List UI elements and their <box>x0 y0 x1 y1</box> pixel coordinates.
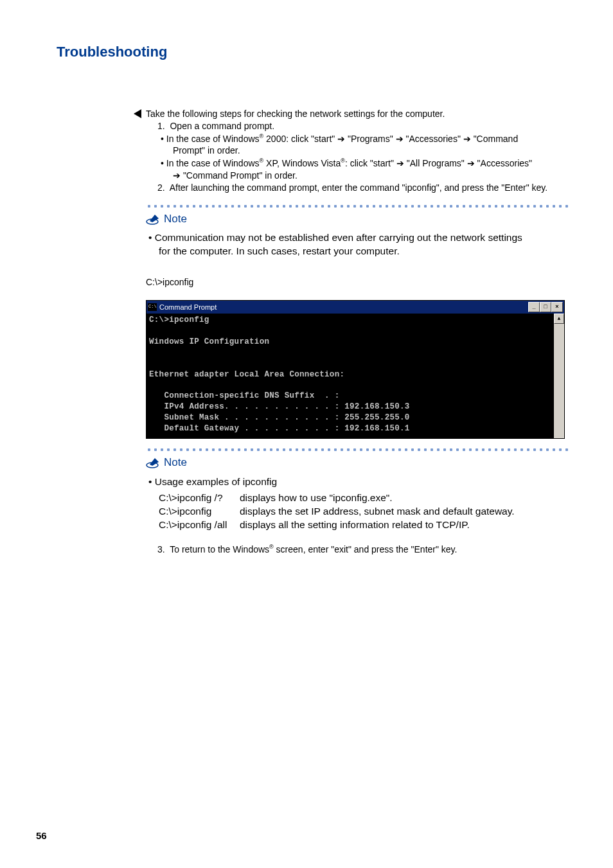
b2b: XP, Windows Vista <box>263 158 341 168</box>
usage-head: • Usage examples of ipconfig <box>148 475 570 489</box>
command-prompt-window: Command Prompt _ □ × C:\>ipconfig Window… <box>146 300 565 439</box>
cmd-title-icon <box>148 303 157 311</box>
step-1-text: Open a command prompt. <box>170 121 274 131</box>
reg-mark: ® <box>269 544 274 550</box>
content-body: Take the following steps for checking th… <box>146 108 570 556</box>
step-1: 1. Open a command prompt. <box>157 120 570 132</box>
maximize-button[interactable]: □ <box>540 302 551 312</box>
step-3-text-b: screen, enter "exit" and press the "Ente… <box>274 544 458 554</box>
cmd-example-label: C:\>ipconfig <box>146 276 570 288</box>
usage-row: C:\>ipconfig /? displays how to use "ipc… <box>159 492 570 505</box>
note-header-2: Note <box>146 456 570 470</box>
intro-text: Take the following steps for checking th… <box>146 108 570 120</box>
cmd-title-text: Command Prompt <box>159 303 528 312</box>
back-triangle-icon <box>134 109 141 118</box>
divider <box>146 204 570 208</box>
note-2-body: • Usage examples of ipconfig C:\>ipconfi… <box>148 475 570 532</box>
step-3-num: 3. <box>157 544 165 554</box>
note-1-body: • Communication may not be established e… <box>148 231 570 258</box>
note-pencil-icon <box>146 213 161 225</box>
minimize-button[interactable]: _ <box>528 302 540 312</box>
usage-desc: displays the set IP address, subnet mask… <box>240 505 515 518</box>
reg-mark: ® <box>341 157 345 164</box>
step-1-bullet-2-cont: ➔ "Command Prompt" in order. <box>173 170 570 182</box>
close-button[interactable]: × <box>551 302 563 312</box>
b1b: 2000: click "start" ➔ "Programs" ➔ "Acce… <box>263 133 518 143</box>
note-pencil-icon <box>146 457 161 468</box>
step-2-text: After launching the command prompt, ente… <box>170 182 547 193</box>
cmd-titlebar: Command Prompt _ □ × <box>147 301 564 314</box>
step-2-num: 2. <box>157 182 165 193</box>
page-title: Troubleshooting <box>57 44 167 60</box>
step-3-text-a: To return to the Windows <box>170 544 269 554</box>
scroll-up-button[interactable]: ▲ <box>554 314 564 324</box>
note-1-line-1: • Communication may not be established e… <box>148 231 570 245</box>
usage-row: C:\>ipconfig /all displays all the setti… <box>159 518 570 532</box>
note-label: Note <box>164 212 187 227</box>
note-1-line-2: for the computer. In such cases, restart… <box>159 245 570 258</box>
usage-desc: displays all the setting information rel… <box>240 518 470 532</box>
note-label: Note <box>164 456 187 470</box>
b2a: • In the case of Windows <box>161 158 260 168</box>
note-header-1: Note <box>146 212 570 227</box>
usage-cmd: C:\>ipconfig /? <box>159 492 240 505</box>
b2c: : click "start" ➔ "All Programs" ➔ "Acce… <box>345 158 532 168</box>
usage-cmd: C:\>ipconfig /all <box>159 518 240 532</box>
page-number: 56 <box>36 830 47 841</box>
usage-row: C:\>ipconfig displays the set IP address… <box>159 505 570 518</box>
step-2: 2. After launching the command prompt, e… <box>157 182 570 194</box>
step-1-num: 1. <box>157 121 165 131</box>
cmd-output: C:\>ipconfig Windows IP Configuration Et… <box>147 314 554 438</box>
step-1-bullet-1: • In the case of Windows® 2000: click "s… <box>166 132 570 145</box>
cmd-scrollbar[interactable]: ▲ <box>554 314 564 438</box>
step-3: 3. To return to the Windows® screen, ent… <box>157 543 570 556</box>
divider <box>146 448 570 452</box>
step-1-bullet-2: • In the case of Windows® XP, Windows Vi… <box>166 157 570 170</box>
b1a: • In the case of Windows <box>161 133 260 143</box>
usage-desc: displays how to use "ipconfig.exe". <box>240 492 393 505</box>
usage-table: C:\>ipconfig /? displays how to use "ipc… <box>159 492 570 532</box>
step-1-bullet-1-cont: Prompt" in order. <box>173 145 570 157</box>
usage-cmd: C:\>ipconfig <box>159 505 240 518</box>
